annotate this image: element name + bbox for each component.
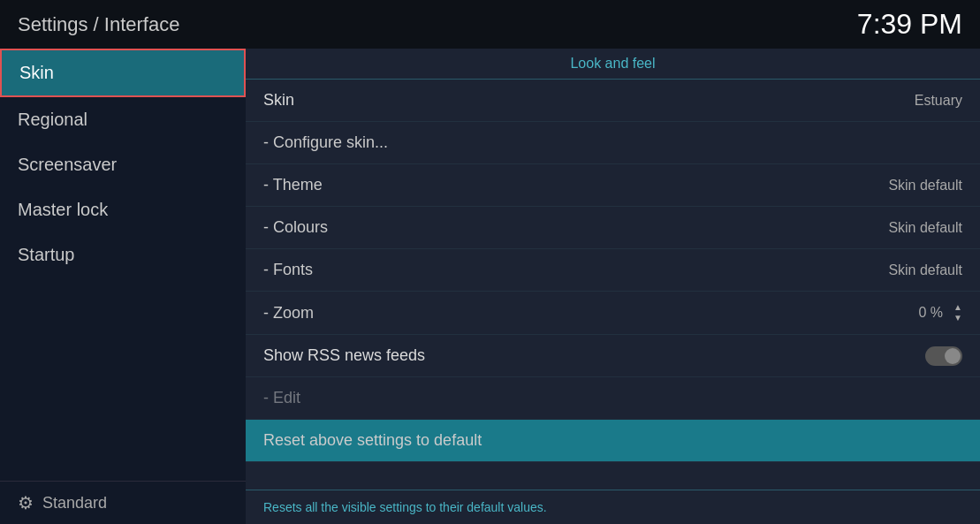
setting-value-rss-feeds [925,346,962,366]
page-title: Settings / Interface [18,13,179,36]
clock-display: 7:39 PM [857,8,962,41]
setting-value-zoom: 0 % ▲ ▼ [919,302,962,323]
content-area: Look and feel Skin Estuary - Configure s… [246,49,980,524]
setting-label-theme: - Theme [263,176,323,194]
zoom-up-arrow[interactable]: ▲ [953,302,962,313]
setting-row-zoom[interactable]: - Zoom 0 % ▲ ▼ [246,292,980,335]
sidebar-item-master-lock[interactable]: Master lock [0,187,246,232]
sidebar-footer: ⚙ Standard [0,481,246,524]
setting-row-configure-skin[interactable]: - Configure skin... [246,122,980,164]
section-header: Look and feel [246,49,980,80]
rss-toggle[interactable] [925,346,962,366]
setting-label-reset: Reset above settings to default [263,431,482,450]
settings-list: Skin Estuary - Configure skin... - Theme… [246,80,980,490]
setting-value-fonts: Skin default [888,262,962,278]
gear-icon: ⚙ [18,492,34,513]
setting-row-colours[interactable]: - Colours Skin default [246,207,980,249]
setting-label-fonts: - Fonts [263,261,313,279]
setting-label-rss-feeds: Show RSS news feeds [263,346,425,365]
setting-value-colours: Skin default [888,220,962,236]
setting-value-skin: Estuary [915,93,962,109]
setting-row-rss-feeds[interactable]: Show RSS news feeds [246,335,980,377]
setting-label-skin: Skin [263,91,294,110]
setting-row-skin[interactable]: Skin Estuary [246,80,980,122]
setting-row-reset[interactable]: Reset above settings to default [246,420,980,462]
app-header: Settings / Interface 7:39 PM [0,0,980,49]
setting-label-edit: - Edit [263,389,300,407]
sidebar-item-regional[interactable]: Regional [0,97,246,142]
content-footer: Resets all the visible settings to their… [246,490,980,524]
setting-row-fonts[interactable]: - Fonts Skin default [246,249,980,292]
setting-row-edit: - Edit [246,377,980,420]
sidebar-item-startup[interactable]: Startup [0,232,246,277]
sidebar-item-screensaver[interactable]: Screensaver [0,142,246,187]
zoom-down-arrow[interactable]: ▼ [953,313,962,323]
sidebar: Skin Regional Screensaver Master lock St… [0,49,246,524]
setting-label-zoom: - Zoom [263,304,314,323]
sidebar-item-skin[interactable]: Skin [0,49,246,97]
setting-label-configure-skin: - Configure skin... [263,133,388,152]
setting-value-theme: Skin default [888,178,962,194]
footer-description: Resets all the visible settings to their… [263,500,547,514]
main-layout: Skin Regional Screensaver Master lock St… [0,49,980,524]
zoom-arrows[interactable]: ▲ ▼ [953,302,962,323]
setting-row-theme[interactable]: - Theme Skin default [246,164,980,207]
setting-label-colours: - Colours [263,218,328,237]
standard-label: Standard [42,494,107,513]
